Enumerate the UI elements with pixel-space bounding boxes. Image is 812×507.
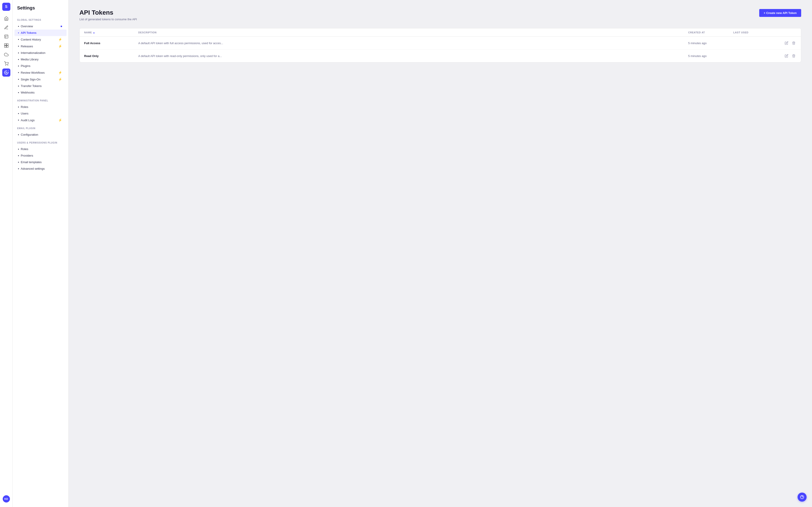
- lightning-releases: ⚡: [58, 44, 62, 48]
- sidebar-item-up-roles[interactable]: Roles: [14, 146, 66, 152]
- token-name-read-only: Read Only: [84, 54, 138, 58]
- col-header-created-at: CREATED AT: [688, 31, 733, 34]
- section-label-email: EMAIL PLUGIN: [13, 123, 68, 131]
- help-button[interactable]: [798, 493, 807, 502]
- sidebar: Settings GLOBAL SETTINGS Overview API To…: [13, 0, 68, 507]
- icon-rail: S 1 KD: [0, 0, 13, 507]
- sidebar-item-sso[interactable]: Single Sign-On ⚡: [14, 76, 66, 83]
- edit-token-read-only-button[interactable]: [784, 53, 789, 59]
- content-type-builder-icon[interactable]: [2, 42, 10, 50]
- sidebar-section-email: EMAIL PLUGIN Configuration: [13, 123, 68, 138]
- dot-api-tokens: [18, 33, 19, 33]
- dot-advanced-settings: [18, 168, 19, 169]
- marketplace-icon[interactable]: [2, 59, 10, 68]
- token-desc-read-only: A default API token with read-only permi…: [138, 54, 688, 58]
- logo-letter: S: [5, 5, 7, 9]
- sidebar-label-review-workflows: Review Workflows: [21, 71, 45, 74]
- dot-releases: [18, 46, 19, 47]
- sidebar-item-releases[interactable]: Releases ⚡: [14, 43, 66, 50]
- sidebar-label-providers: Providers: [21, 154, 33, 157]
- section-label-global: GLOBAL SETTINGS: [13, 15, 68, 23]
- col-header-name: NAME ▲: [84, 31, 138, 34]
- svg-rect-1: [4, 44, 6, 46]
- section-label-up: USERS & PERMISSIONS PLUGIN: [13, 138, 68, 146]
- sidebar-label-admin-roles: Roles: [21, 105, 28, 109]
- sidebar-label-audit-logs: Audit Logs: [21, 118, 35, 122]
- col-header-last-used: LAST USED: [733, 31, 778, 34]
- sidebar-label-api-tokens: API Tokens: [21, 31, 37, 35]
- sidebar-item-content-history[interactable]: Content History ⚡: [14, 36, 66, 43]
- token-created-read-only: 5 minutes ago: [688, 54, 733, 58]
- dot-webhooks: [18, 92, 19, 93]
- sidebar-item-api-tokens[interactable]: API Tokens: [14, 30, 66, 36]
- sidebar-label-webhooks: Webhooks: [21, 91, 35, 94]
- dot-media-library: [18, 59, 19, 60]
- col-header-actions: [778, 31, 797, 34]
- token-name-full-access: Full Access: [84, 42, 138, 45]
- col-last-used-label: LAST USED: [733, 31, 748, 34]
- sidebar-label-transfer-tokens: Transfer Tokens: [21, 84, 42, 88]
- svg-rect-2: [6, 44, 8, 46]
- dot-providers: [18, 155, 19, 156]
- rail-top: S 1: [2, 3, 10, 495]
- sidebar-item-admin-roles[interactable]: Roles: [14, 104, 66, 110]
- sidebar-item-review-workflows[interactable]: Review Workflows ⚡: [14, 69, 66, 76]
- edit-token-full-access-button[interactable]: [784, 40, 789, 46]
- page-subtitle: List of generated tokens to consume the …: [80, 17, 137, 21]
- page-title: API Tokens: [80, 9, 137, 16]
- dot-up-roles: [18, 149, 19, 150]
- content-manager-icon[interactable]: [2, 23, 10, 32]
- dot-overview: [18, 26, 19, 27]
- home-icon[interactable]: [2, 14, 10, 22]
- sidebar-item-email-config[interactable]: Configuration: [14, 131, 66, 138]
- table-row: Read Only A default API token with read-…: [80, 50, 801, 62]
- sidebar-label-email-templates: Email templates: [21, 160, 42, 164]
- sort-name-icon[interactable]: ▲: [93, 31, 95, 34]
- app-logo[interactable]: S: [2, 3, 10, 11]
- dot-audit-logs: [18, 120, 19, 121]
- settings-nav-icon[interactable]: 1: [2, 68, 10, 76]
- sidebar-item-users[interactable]: Users: [14, 110, 66, 117]
- lightning-sso: ⚡: [58, 77, 62, 81]
- sidebar-item-media-library[interactable]: Media Library: [14, 56, 66, 63]
- sidebar-label-up-roles: Roles: [21, 147, 28, 151]
- sidebar-label-advanced-settings: Advanced settings: [21, 167, 45, 170]
- col-name-label: NAME: [84, 31, 92, 34]
- sidebar-item-plugins[interactable]: Plugins: [14, 63, 66, 69]
- sidebar-item-advanced-settings[interactable]: Advanced settings: [14, 165, 66, 172]
- svg-rect-0: [4, 35, 8, 38]
- dot-review-workflows: [18, 72, 19, 73]
- sidebar-item-transfer-tokens[interactable]: Transfer Tokens: [14, 83, 66, 89]
- sidebar-item-overview[interactable]: Overview: [14, 23, 66, 30]
- create-api-token-button[interactable]: + Create new API Token: [759, 9, 801, 17]
- cloud-icon[interactable]: [2, 51, 10, 59]
- dot-transfer-tokens: [18, 86, 19, 87]
- sidebar-item-audit-logs[interactable]: Audit Logs ⚡: [14, 117, 66, 123]
- lightning-audit-logs: ⚡: [58, 118, 62, 122]
- token-created-full-access: 5 minutes ago: [688, 42, 733, 45]
- col-description-label: DESCRIPTION: [138, 31, 157, 34]
- sidebar-item-email-templates[interactable]: Email templates: [14, 159, 66, 165]
- sidebar-item-internationalization[interactable]: Internationalization: [14, 50, 66, 56]
- svg-rect-4: [6, 46, 8, 48]
- sidebar-label-media-library: Media Library: [21, 58, 39, 61]
- media-library-icon[interactable]: [2, 33, 10, 41]
- table-row: Full Access A default API token with ful…: [80, 37, 801, 50]
- delete-token-full-access-button[interactable]: [791, 40, 797, 46]
- sidebar-label-sso: Single Sign-On: [21, 78, 40, 81]
- sidebar-label-email-config: Configuration: [21, 133, 38, 136]
- page-title-block: API Tokens List of generated tokens to c…: [80, 9, 137, 21]
- col-header-description: DESCRIPTION: [138, 31, 688, 34]
- svg-point-6: [7, 65, 8, 66]
- sidebar-item-providers[interactable]: Providers: [14, 152, 66, 159]
- user-avatar[interactable]: KD: [3, 495, 10, 503]
- delete-token-read-only-button[interactable]: [791, 53, 797, 59]
- svg-point-5: [5, 65, 6, 66]
- sidebar-title: Settings: [13, 5, 68, 15]
- settings-badge: 1: [7, 69, 10, 72]
- content-area: API Tokens List of generated tokens to c…: [68, 0, 812, 507]
- token-desc-full-access: A default API token with full access per…: [138, 42, 688, 45]
- dot-email-templates: [18, 162, 19, 163]
- sidebar-item-webhooks[interactable]: Webhooks: [14, 89, 66, 96]
- dot-users: [18, 113, 19, 114]
